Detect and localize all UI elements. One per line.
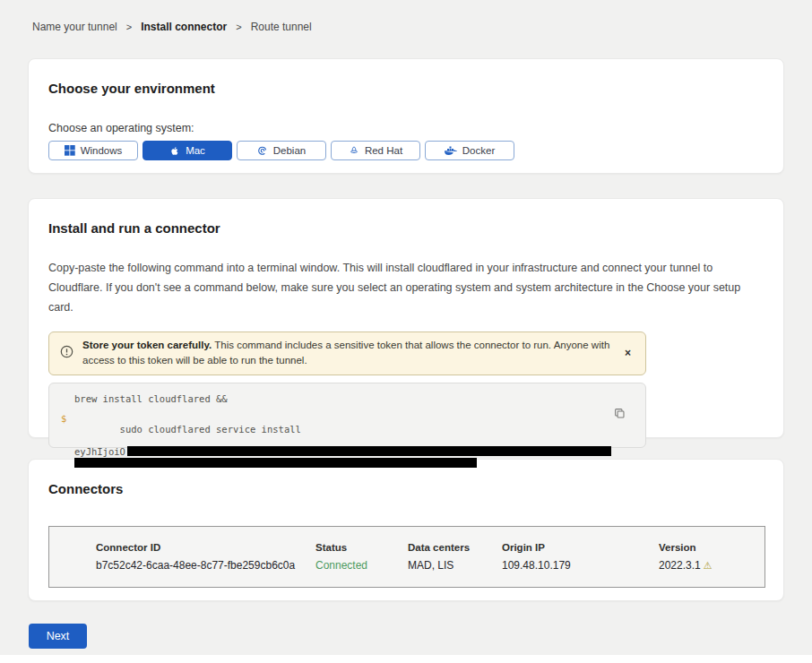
- next-button[interactable]: Next: [29, 624, 87, 649]
- page: Name your tunnel > Install connector > R…: [0, 0, 812, 649]
- choose-environment-card: Choose your environment Choose an operat…: [28, 58, 784, 174]
- connector-id-value: b7c52c42-6caa-48ee-8c77-fbe259cb6c0a: [96, 559, 315, 572]
- code-token-line: eyJhIjoiO: [74, 446, 645, 457]
- warning-triangle-icon: ⚠: [704, 560, 713, 571]
- column-header-version: Version: [659, 542, 764, 553]
- install-command-code-block[interactable]: brew install cloudflared && $sudo cloudf…: [48, 383, 646, 448]
- os-button-label: Debian: [273, 145, 306, 156]
- os-button-redhat[interactable]: Red Hat: [331, 141, 420, 160]
- os-button-debian[interactable]: Debian: [237, 141, 326, 160]
- connectors-card: Connectors Connector ID Status Data cent…: [28, 459, 784, 601]
- code-line-text: sudo cloudflared service install: [120, 424, 301, 435]
- debian-swirl-icon: [257, 145, 268, 156]
- connectors-table: Connector ID Status Data centers Origin …: [48, 526, 765, 588]
- install-description: Copy-paste the following command into a …: [48, 259, 764, 318]
- connectors-title: Connectors: [48, 481, 764, 496]
- redacted-token-bar: [74, 458, 477, 468]
- os-button-docker[interactable]: Docker: [425, 141, 514, 160]
- breadcrumb: Name your tunnel > Install connector > R…: [32, 21, 784, 33]
- breadcrumb-separator: >: [236, 22, 241, 32]
- version-cell: 2022.3.1⚠: [659, 559, 764, 572]
- column-header-origin-ip: Origin IP: [502, 542, 659, 553]
- os-select-label: Choose an operating system:: [48, 122, 764, 134]
- token-prefix: eyJhIjoiO: [74, 446, 125, 457]
- os-button-row: Windows Mac Debian: [48, 141, 764, 160]
- table-row: b7c52c42-6caa-48ee-8c77-fbe259cb6c0a Con…: [96, 553, 764, 572]
- choose-environment-title: Choose your environment: [48, 81, 764, 96]
- windows-icon: [65, 145, 75, 156]
- code-line-service-install: $sudo cloudflared service install: [74, 413, 645, 445]
- redacted-token-bar: [127, 446, 611, 456]
- version-value: 2022.3.1: [659, 559, 701, 572]
- status-badge: Connected: [315, 559, 408, 572]
- install-connector-title: Install and run a connector: [48, 220, 764, 236]
- shell-prompt: $: [61, 413, 66, 424]
- close-icon[interactable]: ×: [621, 345, 635, 361]
- column-header-data-centers: Data centers: [408, 542, 502, 553]
- data-centers-value: MAD, LIS: [408, 559, 502, 572]
- os-button-label: Windows: [81, 145, 123, 156]
- os-button-mac[interactable]: Mac: [143, 141, 232, 160]
- breadcrumb-install-connector[interactable]: Install connector: [141, 21, 227, 33]
- breadcrumb-name-your-tunnel[interactable]: Name your tunnel: [32, 21, 117, 33]
- alert-circle-icon: [60, 345, 73, 362]
- install-connector-card: Install and run a connector Copy-paste t…: [28, 198, 784, 438]
- docker-whale-icon: [445, 146, 457, 156]
- token-warning-banner: Store your token carefully. This command…: [48, 332, 646, 375]
- breadcrumb-separator: >: [126, 22, 132, 32]
- apple-icon: [169, 145, 180, 157]
- os-button-label: Docker: [462, 145, 495, 156]
- redhat-fedora-icon: [349, 145, 359, 156]
- breadcrumb-route-tunnel[interactable]: Route tunnel: [251, 21, 312, 33]
- os-button-label: Mac: [186, 145, 205, 156]
- os-button-label: Red Hat: [365, 145, 402, 156]
- footer-actions: Next: [29, 624, 784, 649]
- code-line-brew: brew install cloudflared &&: [74, 393, 645, 404]
- connectors-table-header-row: Connector ID Status Data centers Origin …: [96, 542, 764, 553]
- copy-icon[interactable]: [614, 408, 626, 422]
- bottom-strip: [0, 655, 812, 663]
- origin-ip-value: 109.48.10.179: [502, 559, 659, 572]
- column-header-status: Status: [315, 542, 408, 553]
- os-button-windows[interactable]: Windows: [48, 141, 138, 160]
- token-warning-text: Store your token carefully. This command…: [82, 338, 612, 369]
- token-warning-bold: Store your token carefully.: [82, 340, 212, 350]
- column-header-connector-id: Connector ID: [96, 542, 315, 553]
